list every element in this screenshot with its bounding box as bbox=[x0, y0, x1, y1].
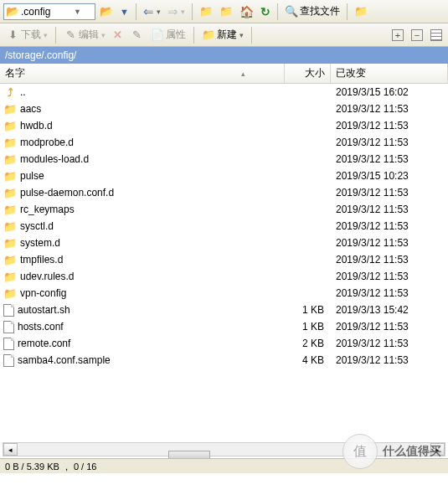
folder-icon bbox=[3, 236, 17, 250]
file-row[interactable]: hwdb.d2019/3/12 11:53 bbox=[0, 117, 448, 134]
folder-icon bbox=[3, 203, 17, 216]
file-row[interactable]: ⤴..2019/3/15 16:02 bbox=[0, 84, 448, 101]
search-button[interactable]: 查找文件 bbox=[282, 3, 342, 19]
folder-open-icon bbox=[100, 5, 113, 18]
file-date: 2019/3/12 11:53 bbox=[331, 220, 448, 232]
home-button[interactable] bbox=[237, 4, 256, 19]
folder-icon bbox=[3, 219, 17, 233]
column-header-row: 名字▴ 大小 已改变 bbox=[0, 64, 448, 84]
home-icon bbox=[239, 5, 254, 18]
edit-button[interactable]: ✎编辑▾ bbox=[61, 27, 108, 43]
file-date: 2019/3/12 11:53 bbox=[331, 354, 448, 366]
file-date: 2019/3/12 11:53 bbox=[331, 204, 448, 215]
properties-label: 属性 bbox=[166, 28, 186, 42]
delete-button[interactable] bbox=[111, 28, 125, 42]
file-name: pulse-daemon.conf.d bbox=[20, 187, 114, 199]
folder2-button[interactable] bbox=[217, 4, 235, 19]
file-row[interactable]: rc_keymaps2019/3/12 11:53 bbox=[0, 201, 448, 218]
folder-icon bbox=[3, 119, 17, 132]
new-folder-icon bbox=[202, 28, 215, 42]
file-name: vpn-config bbox=[20, 287, 66, 299]
folder-icon bbox=[3, 270, 17, 283]
file-icon bbox=[3, 338, 14, 350]
file-date: 2019/3/12 11:53 bbox=[331, 287, 448, 299]
file-row[interactable]: aacs2019/3/12 11:53 bbox=[0, 101, 448, 117]
file-size: 4 KB bbox=[285, 354, 331, 366]
extra-button[interactable] bbox=[352, 4, 370, 19]
funnel-icon bbox=[120, 6, 129, 18]
file-icon bbox=[3, 321, 14, 333]
sort-arrow-icon: ▴ bbox=[241, 70, 245, 78]
folder-icon bbox=[199, 5, 213, 18]
properties-icon: 📄 bbox=[151, 28, 164, 42]
file-row[interactable]: modprobe.d2019/3/12 11:53 bbox=[0, 134, 448, 151]
edit-icon: ✎ bbox=[64, 28, 77, 42]
file-row[interactable]: system.d2019/3/12 11:53 bbox=[0, 235, 448, 251]
file-date: 2019/3/15 16:02 bbox=[331, 86, 448, 98]
file-row[interactable]: autostart.sh1 KB2019/3/13 15:42 bbox=[0, 302, 448, 318]
file-size: 1 KB bbox=[285, 321, 331, 333]
back-button[interactable]: ▾ bbox=[141, 3, 163, 20]
plus-icon: + bbox=[392, 29, 404, 41]
filter-button[interactable] bbox=[117, 5, 131, 18]
folder1-button[interactable] bbox=[197, 4, 215, 19]
dropdown-icon[interactable]: ▼ bbox=[74, 8, 81, 16]
open-folder-button[interactable] bbox=[97, 4, 116, 19]
file-date: 2019/3/12 11:53 bbox=[331, 187, 448, 199]
column-header-changed[interactable]: 已改变 bbox=[331, 64, 448, 83]
file-row[interactable]: samba4.conf.sample4 KB2019/3/12 11:53 bbox=[0, 352, 448, 369]
grid-button[interactable] bbox=[428, 28, 445, 42]
address-box[interactable]: ▼ bbox=[3, 3, 95, 20]
secondary-toolbar: ⬇下载▾ ✎编辑▾ ✎ 📄属性 新建▾ + − bbox=[0, 23, 448, 47]
folder-icon bbox=[3, 136, 17, 149]
scroll-left-button[interactable]: ◂ bbox=[3, 443, 18, 456]
refresh-icon bbox=[260, 5, 270, 18]
file-date: 2019/3/12 11:53 bbox=[331, 271, 448, 282]
file-row[interactable]: vpn-config2019/3/12 11:53 bbox=[0, 285, 448, 302]
expand-button[interactable]: + bbox=[389, 28, 406, 42]
file-name: hosts.conf bbox=[18, 321, 64, 333]
column-header-size[interactable]: 大小 bbox=[285, 64, 331, 83]
x-icon bbox=[113, 28, 122, 41]
download-label: 下载 bbox=[21, 28, 41, 42]
file-row[interactable]: pulse2019/3/15 10:23 bbox=[0, 168, 448, 184]
file-row[interactable]: modules-load.d2019/3/12 11:53 bbox=[0, 151, 448, 168]
column-header-name[interactable]: 名字▴ bbox=[0, 64, 285, 83]
address-input[interactable] bbox=[21, 6, 71, 18]
file-row[interactable]: tmpfiles.d2019/3/12 11:53 bbox=[0, 251, 448, 268]
file-name: modules-load.d bbox=[20, 153, 89, 165]
file-date: 2019/3/13 15:42 bbox=[331, 304, 448, 316]
forward-button[interactable]: ▾ bbox=[165, 3, 188, 20]
collapse-button[interactable]: − bbox=[409, 28, 425, 42]
refresh-button[interactable] bbox=[258, 4, 273, 19]
new-button[interactable]: 新建▾ bbox=[199, 27, 246, 43]
new-label: 新建 bbox=[217, 28, 237, 42]
grid-icon bbox=[430, 29, 442, 41]
file-name: remote.conf bbox=[18, 338, 70, 349]
path-bar[interactable]: /storage/.config/ bbox=[0, 47, 448, 64]
download-button[interactable]: ⬇下载▾ bbox=[3, 27, 50, 43]
file-name: aacs bbox=[20, 103, 41, 115]
file-date: 2019/3/12 11:53 bbox=[331, 120, 448, 132]
folder-icon bbox=[354, 5, 368, 18]
file-name: udev.rules.d bbox=[20, 271, 74, 282]
arrow-right-icon bbox=[167, 4, 178, 19]
file-row[interactable]: pulse-daemon.conf.d2019/3/12 11:53 bbox=[0, 184, 448, 201]
col-name-label: 名字 bbox=[5, 66, 25, 80]
separator bbox=[347, 3, 348, 20]
file-row[interactable]: hosts.conf1 KB2019/3/12 11:53 bbox=[0, 318, 448, 335]
file-row[interactable]: udev.rules.d2019/3/12 11:53 bbox=[0, 268, 448, 285]
file-date: 2019/3/12 11:53 bbox=[331, 321, 448, 333]
rename-button[interactable]: ✎ bbox=[127, 28, 146, 43]
rename-icon: ✎ bbox=[130, 28, 143, 42]
file-name: modprobe.d bbox=[20, 137, 74, 148]
file-row[interactable]: remote.conf2 KB2019/3/12 11:53 bbox=[0, 335, 448, 352]
download-icon: ⬇ bbox=[6, 28, 19, 42]
properties-button[interactable]: 📄属性 bbox=[148, 27, 188, 43]
search-label: 查找文件 bbox=[300, 4, 340, 18]
file-icon bbox=[3, 354, 14, 367]
main-toolbar: ▼ ▾ ▾ 查找文件 bbox=[0, 0, 448, 23]
arrow-left-icon bbox=[143, 4, 154, 19]
file-row[interactable]: sysctl.d2019/3/12 11:53 bbox=[0, 218, 448, 235]
file-date: 2019/3/15 10:23 bbox=[331, 170, 448, 182]
